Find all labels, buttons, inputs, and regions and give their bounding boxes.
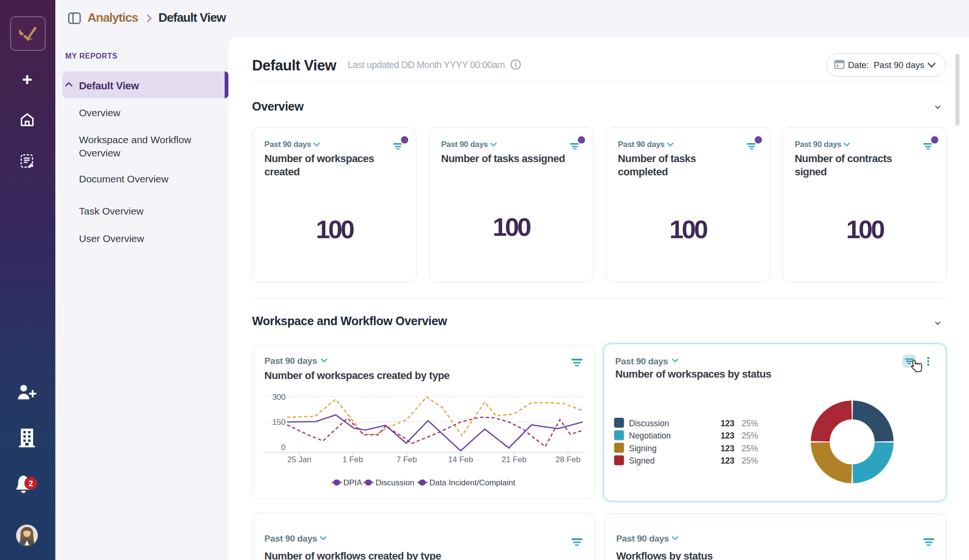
- svg-text:300: 300: [272, 393, 286, 402]
- svg-text:28 Feb: 28 Feb: [556, 455, 581, 464]
- svg-text:Signed: Signed: [629, 456, 655, 465]
- svg-text:Signing: Signing: [629, 444, 656, 453]
- svg-text:123: 123: [721, 444, 734, 453]
- svg-text:1 Feb: 1 Feb: [342, 455, 363, 464]
- svg-text:123: 123: [721, 456, 734, 465]
- svg-text:25 Jan: 25 Jan: [287, 455, 311, 464]
- svg-text:Discussion: Discussion: [629, 419, 669, 428]
- svg-text:0: 0: [281, 443, 286, 452]
- svg-text:2: 2: [28, 479, 33, 488]
- svg-text:25%: 25%: [742, 419, 758, 428]
- svg-text:DPIA: DPIA: [343, 478, 362, 487]
- svg-text:7 Feb: 7 Feb: [396, 455, 417, 464]
- svg-text:25%: 25%: [742, 444, 758, 453]
- svg-text:Data Incident/Complaint: Data Incident/Complaint: [429, 478, 515, 487]
- svg-text:25%: 25%: [742, 431, 758, 440]
- svg-text:14 Feb: 14 Feb: [448, 455, 473, 464]
- svg-text:123: 123: [721, 431, 734, 440]
- svg-text:21 Feb: 21 Feb: [502, 455, 527, 464]
- svg-text:150: 150: [272, 418, 286, 427]
- svg-text:Discussion: Discussion: [375, 478, 414, 487]
- svg-text:25%: 25%: [742, 456, 758, 465]
- svg-text:Negotiation: Negotiation: [629, 431, 671, 440]
- svg-text:123: 123: [721, 419, 734, 428]
